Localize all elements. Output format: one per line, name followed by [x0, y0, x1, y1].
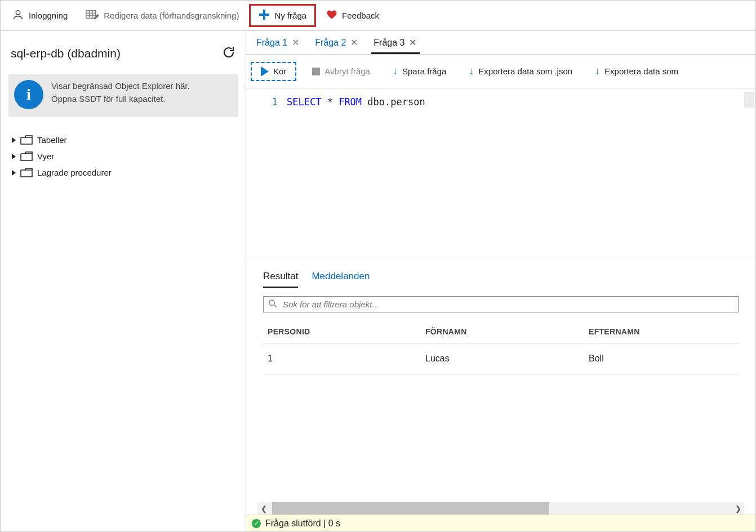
status-text: Fråga slutförd | 0 s [265, 518, 340, 529]
sql-editor[interactable]: 1 SELECT * FROM dbo.person [246, 88, 755, 257]
connection-title: sql-erp-db (dbadmin) [11, 47, 121, 60]
main-pane: Fråga 1 ✕ Fråga 2 ✕ Fråga 3 ✕ Kör [246, 31, 755, 531]
chevron-right-icon [12, 137, 16, 143]
svg-rect-1 [86, 11, 96, 19]
new-query-label: Ny fråga [274, 11, 306, 20]
grid-header-row: PERSONID FÖRNAMN EFTERNAMN [263, 320, 739, 343]
tree-label: Tabeller [37, 135, 67, 145]
play-icon [261, 66, 269, 77]
tab-query-1[interactable]: Fråga 1 ✕ [254, 33, 303, 54]
tab-label: Fråga 3 [373, 38, 404, 48]
folder-icon [20, 151, 33, 161]
table-pencil-icon [86, 8, 99, 23]
minimap-scroll[interactable] [744, 92, 754, 108]
export-more-label: Exportera data som [604, 66, 678, 76]
results-grid: PERSONID FÖRNAMN EFTERNAMN 1 Lucas Boll [263, 320, 739, 374]
line-gutter: 1 [246, 88, 286, 257]
scroll-left-arrow[interactable]: ❮ [257, 504, 270, 513]
tab-messages[interactable]: Meddelanden [312, 269, 370, 288]
new-query-button[interactable]: Ny fråga [249, 4, 316, 27]
object-explorer-sidebar: sql-erp-db (dbadmin) i Visar begränsad O… [1, 31, 246, 531]
close-icon[interactable]: ✕ [349, 37, 359, 48]
tab-label: Fråga 2 [315, 38, 346, 48]
line-number: 1 [272, 96, 278, 108]
kw-select: SELECT [287, 96, 321, 108]
tree-item-views[interactable]: Vyer [10, 148, 246, 164]
tab-query-3[interactable]: Fråga 3 ✕ [371, 33, 420, 54]
query-toolbar: Kör Avbryt fråga ↓ Spara fråga ↓ Exporte… [246, 55, 755, 88]
search-icon [268, 299, 277, 310]
scroll-track[interactable] [270, 502, 732, 515]
tree-item-stored-procedures[interactable]: Lagrade procedurer [10, 164, 246, 181]
table-row[interactable]: 1 Lucas Boll [263, 343, 739, 374]
edit-data-button[interactable]: Redigera data (förhandsgranskning) [78, 5, 247, 26]
export-json-button[interactable]: ↓ Exportera data som .json [462, 62, 579, 81]
sql-code[interactable]: SELECT * FROM dbo.person [286, 88, 425, 257]
sql-rest: dbo.person [362, 96, 425, 108]
cell-efternamn: Boll [584, 343, 739, 374]
horizontal-scrollbar[interactable]: ❮ ❯ [257, 502, 744, 515]
folder-icon [20, 168, 33, 177]
scroll-thumb[interactable] [272, 502, 549, 515]
sql-star: * [321, 96, 339, 108]
cell-personid: 1 [263, 343, 421, 374]
filter-input[interactable] [282, 299, 733, 310]
save-label: Spara fråga [402, 66, 446, 76]
feedback-button[interactable]: Feedback [318, 6, 387, 25]
tree-label: Vyer [37, 151, 54, 161]
chevron-right-icon [12, 170, 16, 176]
export-json-label: Exportera data som .json [478, 66, 572, 76]
info-text: Visar begränsad Object Explorer här. Öpp… [51, 80, 190, 105]
svg-rect-7 [259, 14, 269, 16]
login-button[interactable]: Inloggning [4, 5, 75, 26]
tab-label: Fråga 1 [256, 38, 287, 48]
col-header-efternamn[interactable]: EFTERNAMN [584, 320, 739, 343]
download-icon: ↓ [469, 65, 474, 77]
filter-box[interactable] [263, 296, 739, 312]
object-tree: Tabeller Vyer Lagrade procedurer [1, 127, 246, 181]
svg-line-9 [274, 305, 277, 307]
svg-point-8 [269, 300, 274, 305]
download-icon: ↓ [393, 65, 398, 77]
refresh-icon[interactable] [222, 46, 235, 61]
col-header-personid[interactable]: PERSONID [263, 320, 421, 343]
results-pane: Resultat Meddelanden PERSONID FÖRNAMN EF… [246, 257, 755, 531]
login-label: Inloggning [29, 11, 68, 20]
export-more-button[interactable]: ↓ Exportera data som [588, 62, 685, 81]
tab-results[interactable]: Resultat [263, 269, 298, 288]
tab-query-2[interactable]: Fråga 2 ✕ [313, 33, 361, 54]
info-line1: Visar begränsad Object Explorer här. [51, 81, 190, 91]
kw-from: FROM [339, 96, 362, 108]
heart-icon [326, 9, 337, 22]
query-tabs: Fråga 1 ✕ Fråga 2 ✕ Fråga 3 ✕ [246, 31, 755, 55]
col-header-fornamn[interactable]: FÖRNAMN [421, 320, 584, 343]
run-label: Kör [273, 66, 286, 76]
save-query-button[interactable]: ↓ Spara fråga [386, 62, 453, 81]
cancel-query-button[interactable]: Avbryt fråga [305, 63, 377, 79]
feedback-label: Feedback [342, 11, 379, 20]
success-icon: ✓ [252, 519, 261, 528]
status-bar: ✓ Fråga slutförd | 0 s [246, 515, 755, 531]
info-box: i Visar begränsad Object Explorer här. Ö… [8, 74, 238, 117]
scroll-right-arrow[interactable]: ❯ [732, 504, 744, 513]
result-tabs: Resultat Meddelanden [246, 257, 755, 288]
folder-icon [20, 135, 33, 145]
tree-item-tables[interactable]: Tabeller [10, 132, 246, 148]
person-icon [12, 8, 24, 23]
chevron-right-icon [12, 154, 16, 159]
info-line2: Öppna SSDT för full kapacitet. [51, 94, 165, 104]
stop-icon [312, 68, 320, 75]
close-icon[interactable]: ✕ [291, 37, 300, 48]
edit-data-label: Redigera data (förhandsgranskning) [104, 11, 239, 20]
tree-label: Lagrade procedurer [37, 168, 112, 177]
plus-icon [259, 9, 270, 22]
cancel-label: Avbryt fråga [324, 66, 370, 76]
download-icon: ↓ [595, 65, 600, 77]
top-toolbar: Inloggning Redigera data (förhandsgransk… [1, 1, 755, 31]
close-icon[interactable]: ✕ [408, 37, 417, 48]
cell-fornamn: Lucas [421, 343, 584, 374]
svg-point-0 [16, 11, 20, 15]
run-button[interactable]: Kör [251, 62, 296, 81]
info-icon: i [14, 80, 43, 109]
